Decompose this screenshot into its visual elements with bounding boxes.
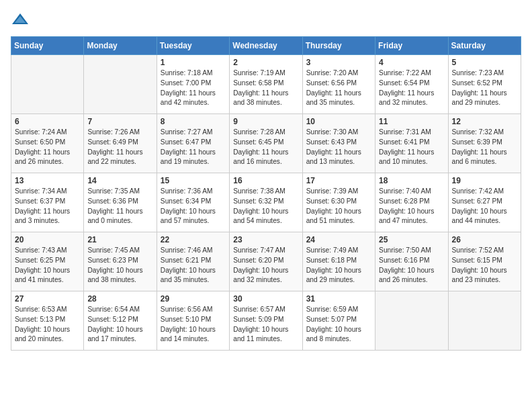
calendar-cell: 4Sunrise: 7:22 AMSunset: 6:54 PMDaylight… <box>375 55 448 114</box>
calendar-cell: 3Sunrise: 7:20 AMSunset: 6:56 PMDaylight… <box>302 55 375 114</box>
calendar-cell: 30Sunrise: 6:57 AMSunset: 5:09 PMDayligh… <box>230 291 302 351</box>
calendar-cell: 29Sunrise: 6:56 AMSunset: 5:10 PMDayligh… <box>157 291 229 351</box>
calendar-week-3: 13Sunrise: 7:34 AMSunset: 6:37 PMDayligh… <box>11 173 521 232</box>
calendar-cell: 20Sunrise: 7:43 AMSunset: 6:25 PMDayligh… <box>11 232 84 291</box>
day-number: 5 <box>452 58 517 67</box>
calendar-cell: 24Sunrise: 7:49 AMSunset: 6:18 PMDayligh… <box>302 232 375 291</box>
calendar-week-2: 6Sunrise: 7:24 AMSunset: 6:50 PMDaylight… <box>11 114 521 173</box>
day-info: Sunrise: 7:28 AMSunset: 6:45 PMDaylight:… <box>233 128 298 167</box>
day-number: 12 <box>452 117 517 126</box>
day-number: 13 <box>15 176 80 185</box>
day-info: Sunrise: 7:22 AMSunset: 6:54 PMDaylight:… <box>379 68 444 108</box>
day-header-sunday: Sunday <box>11 37 84 55</box>
day-info: Sunrise: 6:56 AMSunset: 5:10 PMDaylight:… <box>161 305 226 345</box>
day-number: 9 <box>233 117 298 126</box>
day-info: Sunrise: 7:24 AMSunset: 6:50 PMDaylight:… <box>15 128 80 167</box>
day-info: Sunrise: 7:19 AMSunset: 6:58 PMDaylight:… <box>233 68 298 108</box>
day-number: 6 <box>15 117 80 126</box>
day-info: Sunrise: 7:43 AMSunset: 6:25 PMDaylight:… <box>15 246 80 285</box>
day-number: 26 <box>452 235 517 244</box>
day-info: Sunrise: 6:53 AMSunset: 5:13 PMDaylight:… <box>15 305 80 345</box>
calendar-cell <box>375 291 448 351</box>
calendar-cell: 11Sunrise: 7:31 AMSunset: 6:41 PMDayligh… <box>375 114 448 173</box>
calendar-cell: 23Sunrise: 7:47 AMSunset: 6:20 PMDayligh… <box>230 232 302 291</box>
day-number: 15 <box>161 176 226 185</box>
calendar-cell: 10Sunrise: 7:30 AMSunset: 6:43 PMDayligh… <box>302 114 375 173</box>
calendar-cell <box>84 55 157 114</box>
calendar-cell <box>448 291 521 351</box>
day-number: 30 <box>233 294 298 304</box>
day-number: 25 <box>379 235 444 244</box>
day-number: 31 <box>306 294 371 304</box>
day-number: 19 <box>452 176 517 185</box>
day-info: Sunrise: 6:57 AMSunset: 5:09 PMDaylight:… <box>233 305 298 345</box>
day-number: 2 <box>233 58 298 67</box>
calendar-cell: 13Sunrise: 7:34 AMSunset: 6:37 PMDayligh… <box>11 173 84 232</box>
day-info: Sunrise: 7:42 AMSunset: 6:27 PMDaylight:… <box>452 187 517 226</box>
day-info: Sunrise: 7:26 AMSunset: 6:49 PMDaylight:… <box>87 128 152 167</box>
day-info: Sunrise: 7:45 AMSunset: 6:23 PMDaylight:… <box>87 246 152 285</box>
day-info: Sunrise: 6:54 AMSunset: 5:12 PMDaylight:… <box>87 305 152 345</box>
day-number: 28 <box>87 294 152 304</box>
calendar-cell: 14Sunrise: 7:35 AMSunset: 6:36 PMDayligh… <box>84 173 157 232</box>
day-header-monday: Monday <box>84 37 157 55</box>
day-header-saturday: Saturday <box>448 37 521 55</box>
day-header-thursday: Thursday <box>302 37 375 55</box>
day-info: Sunrise: 7:36 AMSunset: 6:34 PMDaylight:… <box>161 187 226 226</box>
calendar-cell: 26Sunrise: 7:52 AMSunset: 6:15 PMDayligh… <box>448 232 521 291</box>
day-info: Sunrise: 7:31 AMSunset: 6:41 PMDaylight:… <box>379 128 444 167</box>
day-number: 21 <box>87 235 152 244</box>
day-info: Sunrise: 7:20 AMSunset: 6:56 PMDaylight:… <box>306 68 371 108</box>
calendar-cell: 27Sunrise: 6:53 AMSunset: 5:13 PMDayligh… <box>11 291 84 351</box>
day-info: Sunrise: 7:47 AMSunset: 6:20 PMDaylight:… <box>233 246 298 285</box>
page-header <box>11 11 521 30</box>
logo <box>11 11 32 30</box>
day-header-tuesday: Tuesday <box>157 37 229 55</box>
calendar-week-4: 20Sunrise: 7:43 AMSunset: 6:25 PMDayligh… <box>11 232 521 291</box>
day-info: Sunrise: 7:38 AMSunset: 6:32 PMDaylight:… <box>233 187 298 226</box>
day-info: Sunrise: 7:27 AMSunset: 6:47 PMDaylight:… <box>161 128 226 167</box>
day-info: Sunrise: 7:39 AMSunset: 6:30 PMDaylight:… <box>306 187 371 226</box>
day-number: 10 <box>306 117 371 126</box>
day-number: 27 <box>15 294 80 304</box>
calendar-cell: 25Sunrise: 7:50 AMSunset: 6:16 PMDayligh… <box>375 232 448 291</box>
day-info: Sunrise: 7:30 AMSunset: 6:43 PMDaylight:… <box>306 128 371 167</box>
calendar-cell: 31Sunrise: 6:59 AMSunset: 5:07 PMDayligh… <box>302 291 375 351</box>
calendar-cell: 7Sunrise: 7:26 AMSunset: 6:49 PMDaylight… <box>84 114 157 173</box>
day-info: Sunrise: 7:35 AMSunset: 6:36 PMDaylight:… <box>87 187 152 226</box>
day-number: 11 <box>379 117 444 126</box>
calendar-cell: 6Sunrise: 7:24 AMSunset: 6:50 PMDaylight… <box>11 114 84 173</box>
calendar-cell: 21Sunrise: 7:45 AMSunset: 6:23 PMDayligh… <box>84 232 157 291</box>
calendar-cell: 18Sunrise: 7:40 AMSunset: 6:28 PMDayligh… <box>375 173 448 232</box>
calendar-table: SundayMondayTuesdayWednesdayThursdayFrid… <box>11 36 521 351</box>
calendar-cell: 16Sunrise: 7:38 AMSunset: 6:32 PMDayligh… <box>230 173 302 232</box>
day-number: 20 <box>15 235 80 244</box>
day-header-wednesday: Wednesday <box>230 37 302 55</box>
calendar-cell: 9Sunrise: 7:28 AMSunset: 6:45 PMDaylight… <box>230 114 302 173</box>
day-number: 8 <box>161 117 226 126</box>
day-header-friday: Friday <box>375 37 448 55</box>
day-number: 3 <box>306 58 371 67</box>
day-info: Sunrise: 7:46 AMSunset: 6:21 PMDaylight:… <box>161 246 226 285</box>
day-info: Sunrise: 6:59 AMSunset: 5:07 PMDaylight:… <box>306 305 371 345</box>
calendar-week-1: 1Sunrise: 7:18 AMSunset: 7:00 PMDaylight… <box>11 55 521 114</box>
day-number: 14 <box>87 176 152 185</box>
day-number: 29 <box>161 294 226 304</box>
calendar-cell: 28Sunrise: 6:54 AMSunset: 5:12 PMDayligh… <box>84 291 157 351</box>
day-number: 1 <box>161 58 226 67</box>
calendar-cell: 12Sunrise: 7:32 AMSunset: 6:39 PMDayligh… <box>448 114 521 173</box>
calendar-cell: 8Sunrise: 7:27 AMSunset: 6:47 PMDaylight… <box>157 114 229 173</box>
day-number: 17 <box>306 176 371 185</box>
days-header-row: SundayMondayTuesdayWednesdayThursdayFrid… <box>11 37 521 55</box>
day-info: Sunrise: 7:32 AMSunset: 6:39 PMDaylight:… <box>452 128 517 167</box>
calendar-cell: 5Sunrise: 7:23 AMSunset: 6:52 PMDaylight… <box>448 55 521 114</box>
day-info: Sunrise: 7:34 AMSunset: 6:37 PMDaylight:… <box>15 187 80 226</box>
calendar-cell: 1Sunrise: 7:18 AMSunset: 7:00 PMDaylight… <box>157 55 229 114</box>
day-info: Sunrise: 7:50 AMSunset: 6:16 PMDaylight:… <box>379 246 444 285</box>
day-info: Sunrise: 7:49 AMSunset: 6:18 PMDaylight:… <box>306 246 371 285</box>
calendar-cell: 19Sunrise: 7:42 AMSunset: 6:27 PMDayligh… <box>448 173 521 232</box>
calendar-cell <box>11 55 84 114</box>
day-number: 18 <box>379 176 444 185</box>
day-number: 7 <box>87 117 152 126</box>
day-info: Sunrise: 7:52 AMSunset: 6:15 PMDaylight:… <box>452 246 517 285</box>
